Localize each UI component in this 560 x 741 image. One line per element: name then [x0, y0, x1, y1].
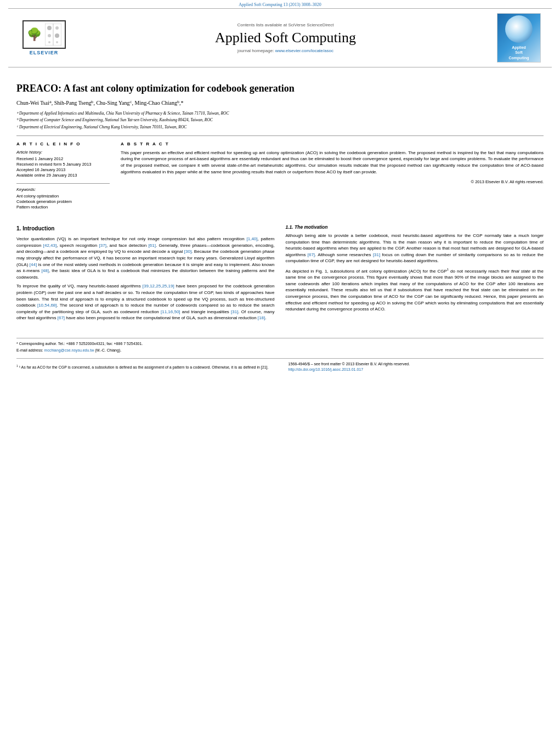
corresponding-author-fn: * Corresponding author. Tel.: +886 7 525… — [16, 341, 544, 347]
cite-5: [30] — [184, 249, 191, 254]
cite-4: [61] — [149, 243, 156, 248]
cite-9: [10,54,68] — [37, 303, 57, 308]
intro-number: 1. — [16, 225, 21, 231]
cite-15: [31] — [373, 252, 380, 257]
sciverse-text: Contents lists available at SciVerse Sci… — [237, 22, 333, 27]
journal-title: Applied Soft Computing — [74, 30, 497, 46]
left-column: 1. Introduction Vector quantization (VQ)… — [16, 218, 275, 324]
cite-13: [18] — [258, 315, 265, 320]
elsevier-emblem — [45, 24, 61, 46]
article-section: A R T I C L E I N F O Article history: R… — [16, 135, 544, 210]
abstract-section: A B S T R A C T This paper presents an e… — [121, 142, 544, 210]
authors-line: Chun-Wei Tsaiᵃ, Shih-Pang Tsengᵇ, Chu-Si… — [16, 100, 544, 106]
journal-center: Contents lists available at SciVerse Sci… — [74, 22, 497, 53]
footnotes: * Corresponding author. Tel.: +886 7 525… — [0, 341, 560, 373]
svg-point-2 — [47, 26, 52, 30]
content-area: PREACO: A fast ant colony optimization f… — [0, 67, 560, 330]
cite-8: [39,12,25,25,19] — [143, 284, 174, 289]
motivation-heading: 1.1. The motivation — [286, 224, 544, 230]
logo-tree-icon: 🌳 — [27, 29, 42, 41]
motivation-number: 1.1. — [286, 224, 293, 230]
body-columns: 1. Introduction Vector quantization (VQ)… — [16, 218, 544, 324]
affiliations: ᵃ Department of Applied Informatics and … — [16, 110, 544, 130]
homepage-url[interactable]: www.elsevier.com/locate/asoc — [275, 48, 333, 53]
sciverse-line: Contents lists available at SciVerse Sci… — [74, 22, 497, 27]
footer-divider — [16, 338, 544, 338]
affiliation-c: ᶜ Department of Electrical Engineering, … — [16, 124, 544, 130]
motivation-para-1: Although being able to provide a better … — [286, 233, 544, 264]
cite-14: [67] — [308, 252, 315, 257]
affiliation-a: ᵃ Department of Applied Informatics and … — [16, 110, 544, 116]
cite-1: [1,40] — [246, 236, 257, 241]
history-revised: Received in revised form 5 January 2013 — [16, 162, 110, 167]
svg-point-5 — [55, 33, 59, 38]
journal-logo-right: AppliedSoftComputing — [497, 13, 541, 63]
footnotes-bottom: 1 ¹ As far as ACO for the CGP is concern… — [16, 358, 544, 373]
history-online: Available online 29 January 2013 — [16, 173, 110, 178]
corresponding-author-text: * Corresponding author. Tel.: +886 7 525… — [16, 342, 143, 346]
journal-logo-label: AppliedSoftComputing — [509, 45, 529, 60]
email-fn: E-mail address: mcchiang@cse.nsysu.edu.t… — [16, 348, 544, 354]
email-label: E-mail address: — [16, 348, 43, 352]
motivation-para-2: As depicted in Fig. 1, subsolutions of a… — [286, 267, 544, 313]
right-column: 1.1. The motivation Although being able … — [286, 218, 544, 324]
top-banner: Applied Soft Computing 13 (2013) 3008–30… — [0, 0, 560, 8]
intro-para-2: To improve the quality of VQ, many heuri… — [16, 283, 275, 321]
article-info: A R T I C L E I N F O Article history: R… — [16, 142, 110, 210]
keyword-3: Pattern reduction — [16, 205, 110, 210]
authors-text: Chun-Wei Tsaiᵃ, Shih-Pang Tsengᵇ, Chu-Si… — [16, 100, 184, 106]
introduction-heading: 1. Introduction — [16, 225, 275, 233]
cite-6: [44] — [30, 262, 37, 267]
cite-10: [11,16,50] — [161, 309, 180, 314]
keywords-label: Keywords: — [16, 187, 110, 192]
keyword-2: Codebook generation problem — [16, 199, 110, 204]
history-received: Received 1 January 2012 — [16, 156, 110, 161]
license-text: 1568-4946/$ – see front matter © 2013 El… — [289, 361, 544, 367]
history-accepted: Accepted 16 January 2013 — [16, 167, 110, 172]
email-suffix: (M.-C. Chiang). — [95, 348, 121, 352]
cite-12: [67] — [58, 315, 65, 320]
abstract-title: A B S T R A C T — [121, 142, 544, 146]
cite-11: [31] — [231, 309, 238, 314]
doi-link[interactable]: http://dx.doi.org/10.1016/j.asoc.2013.01… — [289, 367, 544, 373]
fn-marker-1: 1 ¹ As far as ACO for the CGP is concern… — [16, 364, 272, 371]
license-doi-fn: 1568-4946/$ – see front matter © 2013 El… — [289, 361, 544, 373]
logo-bubble-graphic — [505, 15, 533, 43]
keyword-1: Ant colony optimization — [16, 194, 110, 199]
email-link[interactable]: mcchiang@cse.nsysu.edu.tw — [44, 348, 94, 352]
elsevier-label: ELSEVIER — [30, 50, 59, 55]
motivation-title: The motivation — [295, 224, 327, 230]
cite-7: [48] — [42, 268, 49, 273]
homepage-label: journal homepage: — [237, 48, 274, 53]
cite-3: [37] — [99, 243, 106, 248]
history-label: Article history: — [16, 150, 110, 155]
svg-point-7 — [56, 41, 58, 43]
affiliation-b: ᵇ Department of Computer Science and Eng… — [16, 117, 544, 123]
svg-point-3 — [55, 26, 59, 30]
elsevier-logo: 🌳 ELSEVIER — [14, 20, 74, 55]
page-wrapper: Applied Soft Computing 13 (2013) 3008–30… — [0, 0, 560, 741]
cite-2: [42,43] — [43, 243, 56, 248]
copyright-line: © 2013 Elsevier B.V. All rights reserved… — [121, 179, 544, 184]
article-info-title: A R T I C L E I N F O — [16, 142, 110, 146]
journal-homepage: journal homepage: www.elsevier.com/locat… — [74, 48, 497, 53]
svg-point-6 — [48, 41, 50, 43]
keywords-section: Keywords: Ant colony optimization Codebo… — [16, 183, 110, 210]
logo-box: 🌳 — [22, 20, 66, 49]
journal-header: 🌳 ELSEVIER — [8, 8, 552, 67]
banner-text: Applied Soft Computing 13 (2013) 3008–30… — [239, 2, 321, 7]
paper-title: PREACO: A fast ant colony optimization f… — [16, 83, 544, 94]
license-fn: 1 ¹ As far as ACO for the CGP is concern… — [16, 361, 272, 373]
abstract-text: This paper presents an effective and eff… — [121, 150, 544, 175]
intro-para-1: Vector quantization (VQ) is an important… — [16, 236, 275, 280]
svg-point-4 — [48, 34, 51, 37]
intro-title: Introduction — [22, 225, 54, 231]
